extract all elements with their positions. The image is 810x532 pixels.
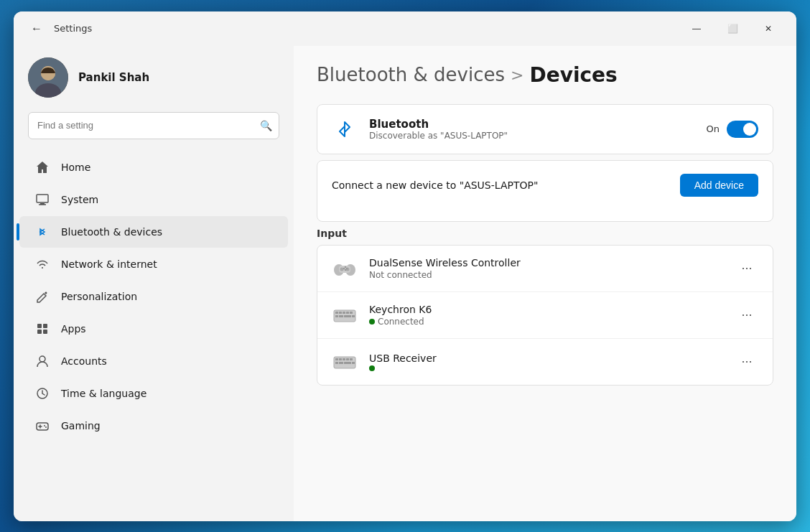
dualsense-more-button[interactable]: ··· — [735, 257, 758, 280]
svg-point-26 — [345, 269, 346, 270]
sidebar-item-bluetooth-label: Bluetooth & devices — [61, 226, 162, 238]
close-button[interactable]: ✕ — [752, 17, 785, 40]
svg-point-11 — [39, 356, 45, 362]
sidebar-item-network[interactable]: Network & internet — [19, 248, 288, 280]
personalization-icon — [34, 288, 51, 305]
device-item-keychron: Keychron K6 Connected ··· — [317, 292, 773, 339]
svg-point-17 — [45, 426, 47, 428]
search-bar: 🔍 — [28, 112, 279, 139]
svg-point-21 — [340, 267, 344, 271]
svg-point-25 — [343, 267, 345, 269]
breadcrumb: Bluetooth & devices > Devices — [317, 63, 773, 87]
svg-rect-42 — [350, 358, 353, 360]
search-input[interactable] — [28, 112, 279, 139]
breadcrumb-separator: > — [511, 66, 523, 84]
keychron-name: Keychron K6 — [369, 304, 724, 315]
dualsense-status: Not connected — [369, 270, 724, 280]
svg-rect-44 — [339, 362, 343, 364]
usb-receiver-connected-dot — [369, 365, 375, 371]
time-icon — [34, 385, 51, 402]
dualsense-info: DualSense Wireless Controller Not connec… — [369, 257, 724, 280]
svg-rect-31 — [346, 312, 349, 314]
settings-window: ← Settings — ⬜ ✕ — [14, 11, 796, 521]
add-device-card: Connect a new device to "ASUS-LAPTOP" Ad… — [317, 160, 773, 222]
sidebar-item-apps[interactable]: Apps — [19, 313, 288, 345]
dualsense-name: DualSense Wireless Controller — [369, 257, 724, 269]
gaming-icon — [34, 417, 51, 434]
sidebar-item-home-label: Home — [61, 162, 90, 173]
apps-icon — [34, 320, 51, 337]
svg-rect-34 — [339, 315, 343, 317]
minimize-button[interactable]: — — [680, 17, 713, 40]
home-icon — [34, 159, 51, 176]
svg-rect-41 — [346, 358, 349, 360]
network-icon — [34, 256, 51, 273]
devices-list: DualSense Wireless Controller Not connec… — [317, 245, 773, 386]
breadcrumb-parent[interactable]: Bluetooth & devices — [317, 64, 505, 85]
svg-rect-40 — [343, 358, 345, 360]
usb-receiver-name: USB Receiver — [369, 353, 724, 364]
sidebar-item-gaming[interactable]: Gaming — [19, 410, 288, 442]
avatar — [28, 57, 68, 98]
svg-rect-33 — [335, 315, 338, 317]
bluetooth-card: Bluetooth Discoverable as "ASUS-LAPTOP" … — [317, 104, 773, 154]
system-icon — [34, 191, 51, 208]
breadcrumb-current: Devices — [529, 63, 617, 87]
svg-rect-35 — [344, 315, 351, 317]
bluetooth-status-label: On — [707, 123, 720, 134]
sidebar-item-home[interactable]: Home — [19, 151, 288, 183]
keychron-icon — [332, 302, 358, 328]
window-controls: — ⬜ ✕ — [680, 17, 785, 40]
svg-rect-9 — [37, 330, 42, 334]
back-button[interactable]: ← — [25, 17, 48, 40]
usb-receiver-icon — [332, 349, 358, 375]
main-layout: Pankil Shah 🔍 Home — [14, 46, 796, 521]
svg-point-16 — [44, 425, 45, 426]
avatar-image — [28, 57, 68, 98]
sidebar-item-bluetooth[interactable]: Bluetooth & devices — [19, 216, 288, 248]
svg-rect-28 — [335, 312, 338, 314]
sidebar-item-personalization-label: Personalization — [61, 291, 137, 302]
svg-rect-39 — [339, 358, 342, 360]
svg-point-23 — [345, 266, 346, 267]
keychron-info: Keychron K6 Connected — [369, 304, 724, 327]
device-item-dualsense: DualSense Wireless Controller Not connec… — [317, 246, 773, 292]
svg-rect-7 — [37, 324, 42, 328]
bluetooth-toggle[interactable] — [727, 121, 758, 138]
titlebar: ← Settings — ⬜ ✕ — [14, 11, 796, 46]
usb-receiver-info: USB Receiver — [369, 353, 724, 371]
svg-rect-4 — [37, 195, 48, 202]
usb-receiver-more-button[interactable]: ··· — [735, 350, 758, 373]
bluetooth-nav-icon — [34, 223, 51, 241]
bluetooth-toggle-area: On — [707, 121, 758, 138]
add-device-text: Connect a new device to "ASUS-LAPTOP" — [332, 179, 669, 191]
sidebar-item-accounts[interactable]: Accounts — [19, 345, 288, 377]
svg-rect-36 — [352, 315, 355, 317]
sidebar: Pankil Shah 🔍 Home — [14, 46, 294, 521]
sidebar-nav: Home System — [14, 151, 294, 510]
bluetooth-icon — [332, 116, 358, 142]
add-device-row: Connect a new device to "ASUS-LAPTOP" Ad… — [317, 161, 773, 210]
sidebar-item-time[interactable]: Time & language — [19, 378, 288, 409]
bluetooth-row: Bluetooth Discoverable as "ASUS-LAPTOP" … — [317, 105, 773, 154]
sidebar-item-system-label: System — [61, 194, 98, 205]
restore-button[interactable]: ⬜ — [716, 17, 749, 40]
sidebar-item-network-label: Network & internet — [61, 258, 157, 270]
sidebar-item-system[interactable]: System — [19, 184, 288, 215]
keychron-status: Connected — [369, 317, 724, 327]
usb-receiver-status — [369, 365, 724, 371]
svg-rect-32 — [350, 312, 353, 314]
svg-rect-38 — [335, 358, 338, 360]
sidebar-item-personalization[interactable]: Personalization — [19, 281, 288, 312]
svg-rect-29 — [339, 312, 342, 314]
svg-rect-8 — [43, 324, 47, 328]
content-area: Bluetooth & devices > Devices Bluetooth … — [294, 46, 796, 521]
svg-rect-30 — [343, 312, 345, 314]
sidebar-item-gaming-label: Gaming — [61, 420, 101, 431]
keychron-more-button[interactable]: ··· — [735, 304, 758, 327]
bluetooth-info: Bluetooth Discoverable as "ASUS-LAPTOP" — [369, 118, 695, 141]
bluetooth-name: Bluetooth — [369, 118, 695, 131]
add-device-button[interactable]: Add device — [680, 174, 758, 197]
sidebar-item-accounts-label: Accounts — [61, 355, 107, 367]
keychron-connected-dot — [369, 319, 375, 325]
